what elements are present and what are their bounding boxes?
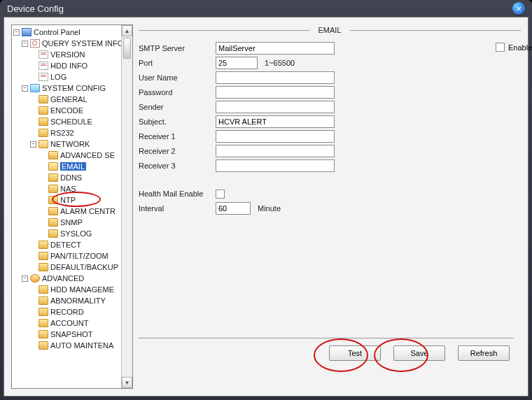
folder-open-icon [38, 140, 48, 148]
tree-item-schedule[interactable]: SCHEDULE [12, 116, 132, 127]
folder-icon [48, 207, 58, 215]
folder-icon [38, 297, 48, 305]
gear-icon [30, 274, 40, 283]
port-label: Port [139, 59, 216, 67]
test-button[interactable]: Test [329, 345, 381, 361]
tree-item-system-config[interactable]: − SYSTEM CONFIG [12, 83, 132, 94]
user-label: User Name [139, 73, 216, 82]
tree-item-detect[interactable]: DETECT [12, 239, 132, 250]
scroll-thumb[interactable] [123, 38, 131, 59]
tree-item-hdd-mgmt[interactable]: HDD MANAGEME [12, 284, 132, 295]
subject-input[interactable] [216, 115, 335, 128]
folder-icon [38, 263, 48, 271]
tree-item-version[interactable]: VERSION [12, 49, 132, 60]
port-hint: 1~65500 [265, 59, 295, 67]
close-icon[interactable]: ✕ [512, 2, 525, 15]
tree-panel: − Control Panel − QUERY SYSTEM INFO VERS… [11, 24, 133, 389]
tree-item-general[interactable]: GENERAL [12, 94, 132, 105]
collapse-icon[interactable]: − [22, 41, 28, 47]
divider [139, 30, 310, 31]
tree-item-advanced[interactable]: − ADVANCED [12, 273, 132, 284]
sender-label: Sender [139, 103, 216, 111]
interval-unit: Minute [258, 204, 281, 213]
tree-item-auto-maint[interactable]: AUTO MAINTENA [12, 340, 132, 351]
tree-item-network[interactable]: − NETWORK [12, 138, 132, 150]
folder-icon [48, 229, 58, 238]
password-input[interactable] [216, 86, 335, 99]
health-mail-label: Health Mail Enable [139, 190, 216, 198]
tree-item-pantilt[interactable]: PAN/TILT/ZOOM [12, 250, 132, 262]
scroll-up-icon[interactable]: ▲ [122, 25, 132, 36]
sender-input[interactable] [216, 101, 335, 113]
enable-checkbox-group[interactable]: Enable [496, 43, 532, 52]
folder-icon [38, 341, 48, 350]
tree-item-email[interactable]: EMAIL [12, 161, 132, 172]
folder-icon [48, 173, 58, 182]
doc-icon [38, 62, 48, 70]
tree-item-ddns[interactable]: DDNS [12, 172, 132, 183]
client-area: − Control Panel − QUERY SYSTEM INFO VERS… [4, 17, 528, 397]
tree-item-alarm-centre[interactable]: ALARM CENTR [12, 206, 132, 217]
save-button[interactable]: Save [393, 345, 445, 361]
folder-icon [38, 252, 48, 260]
smtp-input[interactable] [216, 42, 335, 55]
receiver2-label: Receiver 2 [139, 147, 216, 155]
doc-icon [38, 73, 48, 81]
tree-item-hdd-info[interactable]: HDD INFO [12, 60, 132, 71]
folder-icon [48, 218, 58, 227]
collapse-icon[interactable]: − [22, 276, 28, 282]
receiver1-label: Receiver 1 [139, 132, 216, 141]
tree-item-syslog[interactable]: SYSLOG [12, 228, 132, 239]
subject-label: Subject. [139, 117, 216, 126]
enable-checkbox[interactable] [496, 43, 505, 52]
divider [350, 30, 522, 31]
tree-item-record[interactable]: RECORD [12, 306, 132, 317]
port-input[interactable] [216, 57, 258, 69]
divider [139, 338, 514, 338]
tree-item-log[interactable]: LOG [12, 71, 132, 83]
health-mail-checkbox[interactable] [216, 190, 225, 199]
email-form: SMTP Server Port 1~65500 User Name Passw… [139, 41, 521, 215]
tree-item-default-backup[interactable]: DEFAULT/BACKUP [12, 262, 132, 273]
tree-item-snapshot[interactable]: SNAPSHOT [12, 329, 132, 340]
panel-icon [22, 28, 31, 36]
tree-item-account[interactable]: ACCOUNT [12, 317, 132, 329]
collapse-icon[interactable]: − [30, 141, 36, 148]
tree-scrollbar[interactable]: ▲ ▼ [121, 25, 132, 388]
folder-icon [38, 241, 48, 249]
receiver3-label: Receiver 3 [139, 162, 216, 170]
folder-icon [38, 285, 48, 294]
refresh-button[interactable]: Refresh [458, 345, 510, 361]
enable-label: Enable [508, 43, 532, 52]
folder-icon [38, 308, 48, 316]
receiver2-input[interactable] [216, 145, 335, 157]
folder-icon [38, 330, 48, 338]
tree-root[interactable]: − Control Panel [12, 27, 132, 38]
collapse-icon[interactable]: − [13, 29, 20, 36]
tree-item-abnormality[interactable]: ABNORMALITY [12, 295, 132, 306]
folder-icon [38, 319, 48, 327]
tree-item-rs232[interactable]: RS232 [12, 127, 132, 138]
folder-icon [38, 95, 48, 103]
interval-input[interactable] [216, 202, 251, 215]
tree-item-query[interactable]: − QUERY SYSTEM INFO [12, 38, 132, 49]
tree[interactable]: − Control Panel − QUERY SYSTEM INFO VERS… [12, 25, 132, 352]
scroll-down-icon[interactable]: ▼ [122, 377, 132, 388]
window: Device Config ✕ − Control Panel − QUERY … [0, 0, 532, 400]
section-title: EMAIL [318, 26, 342, 34]
folder-icon [38, 117, 48, 126]
tree-item-encode[interactable]: ENCODE [12, 105, 132, 116]
receiver1-input[interactable] [216, 130, 335, 143]
tree-item-advanced-se[interactable]: ADVANCED SE [12, 150, 132, 161]
receiver3-input[interactable] [216, 159, 335, 172]
tree-item-nas[interactable]: NAS [12, 183, 132, 194]
user-input[interactable] [216, 71, 335, 84]
system-icon [30, 84, 40, 92]
tree-item-snmp[interactable]: SNMP [12, 217, 132, 228]
collapse-icon[interactable]: − [22, 85, 28, 92]
folder-icon [48, 196, 58, 204]
folder-open-icon [48, 162, 58, 171]
content-panel: EMAIL Enable SMTP Server Port 1~65500 [139, 24, 521, 389]
titlebar: Device Config ✕ [0, 0, 532, 17]
tree-item-ntp[interactable]: NTP [12, 194, 132, 206]
